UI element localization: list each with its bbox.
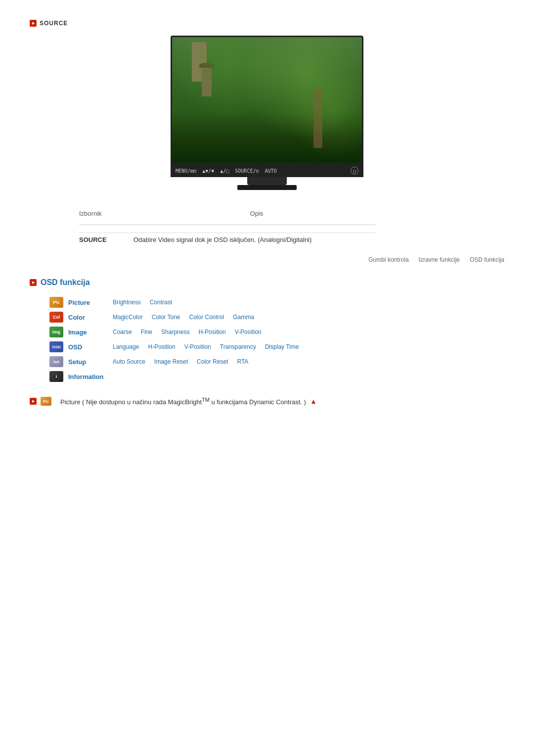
desc-cell: Odabire Video signal dok je OSD isključe…: [134, 236, 312, 243]
setup-items: Auto Source Image Reset Color Reset RTA: [113, 358, 248, 365]
table-row: SOURCE Odabire Video signal dok je OSD i…: [79, 233, 376, 246]
auto-source-item[interactable]: Auto Source: [113, 358, 145, 365]
v-position-image-item[interactable]: V-Position: [235, 329, 262, 335]
nav-link-direct[interactable]: Izravne funkcije: [419, 256, 460, 263]
color-icon: Col: [49, 312, 63, 323]
image-reset-item[interactable]: Image Reset: [154, 358, 188, 365]
monitor-scene: [172, 37, 362, 163]
osd-header: OSD funkcija: [30, 278, 504, 287]
info-table: Izbornik Opis SOURCE Odabire Video signa…: [79, 210, 376, 246]
osd-row-osd: OSD OSD Language H-Position V-Position T…: [49, 341, 504, 352]
osd-icon: OSD: [49, 341, 63, 352]
h-position-image-item[interactable]: H-Position: [198, 329, 225, 335]
source-icon: [30, 20, 37, 27]
trademark-sup: TM: [202, 397, 210, 403]
sharpness-item[interactable]: Sharpness: [161, 329, 189, 335]
table-header-row: Izbornik Opis: [79, 210, 376, 217]
divider: [79, 225, 376, 225]
color-tone-item[interactable]: Color Tone: [152, 314, 180, 321]
osd-title: OSD funkcija: [41, 278, 90, 287]
source-label: SOURCE: [40, 20, 68, 27]
osd-row-image: Img Image Coarse Fine Sharpness H-Positi…: [49, 327, 504, 337]
source-btn-label: SOURCE/⊡: [235, 168, 259, 174]
osd-row-information: i Information: [49, 371, 504, 382]
col-menu-header: Izbornik: [79, 210, 102, 217]
color-reset-item[interactable]: Color Reset: [197, 358, 228, 365]
magiccolor-item[interactable]: MagicColor: [113, 314, 143, 321]
picture-name[interactable]: Picture: [68, 299, 113, 306]
monitor-container: MENU/⊞⊟ ▲▼/▼ ▲/□ SOURCE/⊡ AUTO ○: [30, 36, 504, 190]
language-item[interactable]: Language: [113, 343, 139, 350]
setup-icon: Set: [49, 356, 63, 367]
bottom-icon-1: [30, 398, 37, 405]
bottom-note-text: Picture ( Nije dostupno u načinu rada Ma…: [60, 397, 306, 406]
fine-item[interactable]: Fine: [141, 329, 152, 335]
monitor-stand: [247, 177, 287, 185]
source-header: SOURCE: [30, 20, 504, 27]
osd-row-picture: Pic Picture Brightness Contrast: [49, 297, 504, 308]
rta-item[interactable]: RTA: [237, 358, 248, 365]
setup-name[interactable]: Setup: [68, 358, 113, 366]
osd-menu-name[interactable]: OSD: [68, 343, 113, 351]
osd-menu: Pic Picture Brightness Contrast Col Colo…: [49, 297, 504, 382]
osd-section-icon: [30, 279, 37, 286]
bottom-note: Pic Picture ( Nije dostupno u načinu rad…: [30, 397, 504, 406]
info-icon: i: [49, 371, 63, 382]
menu-cell: SOURCE: [79, 236, 119, 243]
h-position-osd-item[interactable]: H-Position: [148, 343, 175, 350]
color-items: MagicColor Color Tone Color Control Gamm…: [113, 314, 254, 321]
brightness-label: ▲/□: [220, 168, 229, 174]
col-desc-header: Opis: [250, 210, 264, 217]
contrast-item[interactable]: Contrast: [150, 299, 172, 306]
bottom-icon-2: Pic: [41, 397, 51, 406]
color-name[interactable]: Color: [68, 314, 113, 321]
nav-link-buttons[interactable]: Gumbi kontrola: [368, 256, 408, 263]
tree-trunk-decoration: [313, 89, 322, 148]
power-button[interactable]: ○: [351, 167, 358, 175]
vol-label: ▲▼/▼: [202, 168, 214, 174]
gamma-item[interactable]: Gamma: [233, 314, 254, 321]
monitor-screen: [171, 36, 363, 164]
display-time-item[interactable]: Display Time: [265, 343, 299, 350]
v-position-osd-item[interactable]: V-Position: [184, 343, 211, 350]
picture-icon: Pic: [49, 297, 63, 308]
osd-row-setup: Set Setup Auto Source Image Reset Color …: [49, 356, 504, 367]
circle-icon: ○: [353, 168, 356, 174]
nav-link-osd[interactable]: OSD funkcija: [470, 256, 504, 263]
coarse-item[interactable]: Coarse: [113, 329, 132, 335]
menu-label: MENU/⊞⊟: [176, 168, 196, 174]
picture-items: Brightness Contrast: [113, 299, 172, 306]
osd-items: Language H-Position V-Position Transpare…: [113, 343, 299, 350]
transparency-item[interactable]: Transparency: [220, 343, 256, 350]
image-items: Coarse Fine Sharpness H-Position V-Posit…: [113, 329, 262, 335]
monitor-base: [237, 185, 297, 190]
osd-section: OSD funkcija Pic Picture Brightness Cont…: [30, 278, 504, 382]
up-arrow-icon: ▲: [310, 397, 317, 405]
pagoda-decoration: [202, 67, 212, 96]
color-control-item[interactable]: Color Control: [189, 314, 224, 321]
image-icon: Img: [49, 327, 63, 337]
auto-label: AUTO: [265, 168, 276, 174]
brightness-item[interactable]: Brightness: [113, 299, 141, 306]
nav-links: Gumbi kontrola Izravne funkcije OSD funk…: [30, 256, 504, 263]
information-name[interactable]: Information: [68, 373, 113, 380]
image-name[interactable]: Image: [68, 329, 113, 336]
monitor-button-bar: MENU/⊞⊟ ▲▼/▼ ▲/□ SOURCE/⊡ AUTO ○: [171, 164, 363, 177]
osd-row-color: Col Color MagicColor Color Tone Color Co…: [49, 312, 504, 323]
